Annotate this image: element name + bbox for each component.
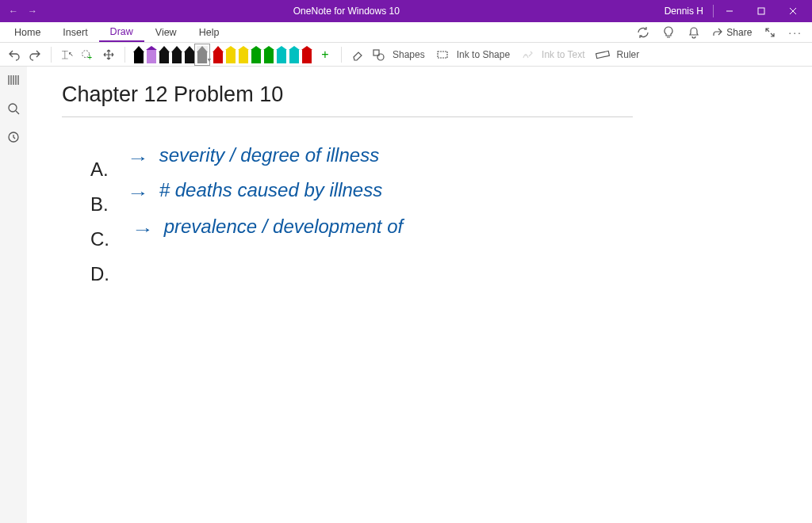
ink-to-shape-label[interactable]: Ink to Shape (457, 49, 510, 60)
page-canvas[interactable]: Chapter 12 Problem 10 A.B.C.D. → severit… (27, 67, 812, 523)
pen-9[interactable] (251, 46, 262, 63)
more-icon[interactable]: ··· (788, 26, 802, 39)
pen-1[interactable] (146, 46, 157, 63)
maximize-button[interactable] (745, 0, 777, 22)
pen-13[interactable] (301, 46, 312, 63)
ink-line: → # deaths caused by illness (130, 181, 382, 200)
tab-help[interactable]: Help (188, 22, 231, 42)
pen-8[interactable] (238, 46, 249, 63)
menubar: Home Insert Draw View Help Share ··· (0, 22, 812, 43)
tab-draw[interactable]: Draw (99, 22, 144, 42)
answer-list: A.B.C.D. (90, 152, 119, 292)
svg-line-10 (16, 111, 19, 114)
pen-gallery: ▾ (133, 46, 312, 63)
share-button[interactable]: Share (712, 27, 752, 38)
list-item[interactable]: C. (90, 222, 119, 257)
eraser-tool[interactable] (350, 47, 366, 63)
ink-to-text-label: Ink to Text (542, 49, 584, 60)
ink-to-text-icon (519, 47, 535, 63)
ruler-icon[interactable] (595, 47, 611, 63)
svg-rect-7 (438, 52, 447, 58)
lightbulb-icon[interactable] (661, 25, 676, 40)
fullscreen-icon[interactable] (763, 25, 777, 40)
left-rail (0, 67, 27, 523)
share-label: Share (726, 27, 752, 38)
pen-3[interactable] (171, 46, 182, 63)
pen-0[interactable] (133, 46, 144, 63)
svg-point-9 (9, 104, 17, 112)
pen-10[interactable] (263, 46, 274, 63)
user-name[interactable]: Dennis H (655, 6, 713, 17)
add-pen-button[interactable]: + (317, 47, 333, 63)
titlebar: ← → OneNote for Windows 10 Dennis H (0, 0, 812, 22)
ink-line: → prevalence / development of (135, 217, 403, 236)
list-letter: A. (90, 158, 119, 181)
pen-options-chevron-icon[interactable]: ▾ (208, 56, 211, 63)
list-letter: B. (90, 193, 119, 216)
undo-button[interactable] (6, 47, 22, 63)
list-letter: C. (90, 228, 119, 250)
list-item[interactable]: A. (90, 152, 119, 187)
page-title[interactable]: Chapter 12 Problem 10 (62, 82, 633, 117)
svg-rect-1 (758, 8, 764, 14)
shapes-label[interactable]: Shapes (393, 49, 425, 60)
list-item[interactable]: D. (90, 257, 119, 292)
sync-icon[interactable] (636, 25, 650, 40)
pen-5[interactable] (197, 46, 208, 63)
nav-forward-icon[interactable]: → (27, 6, 38, 17)
redo-button[interactable] (27, 47, 43, 63)
list-letter: D. (90, 263, 119, 285)
text-tool[interactable]: ⌶↖ (59, 47, 75, 63)
tab-insert[interactable]: Insert (52, 22, 98, 42)
nav-back-icon[interactable]: ← (8, 6, 19, 17)
list-item[interactable]: B. (90, 187, 119, 222)
pen-11[interactable] (276, 46, 287, 63)
pen-2[interactable] (159, 46, 170, 63)
minimize-button[interactable] (714, 0, 745, 22)
app-title: OneNote for Windows 10 (38, 6, 655, 17)
pen-4[interactable] (184, 46, 195, 63)
shapes-icon[interactable] (370, 47, 386, 63)
svg-rect-8 (596, 51, 609, 58)
ruler-label[interactable]: Ruler (617, 49, 640, 60)
close-button[interactable] (777, 0, 809, 22)
recent-icon[interactable] (6, 130, 21, 144)
lasso-tool[interactable]: + (80, 47, 96, 63)
notebooks-icon[interactable] (6, 73, 21, 87)
tab-view[interactable]: View (144, 22, 188, 42)
tab-home[interactable]: Home (3, 22, 52, 42)
svg-point-6 (377, 54, 384, 60)
ink-line: → severity / degree of illness (130, 146, 379, 165)
pen-7[interactable] (225, 46, 236, 63)
ribbon: ⌶↖ + ▾ + Shapes Ink to Shape Ink to Text… (0, 43, 812, 67)
ink-to-shape-icon[interactable] (435, 47, 450, 63)
bell-icon[interactable] (687, 25, 701, 40)
pen-6[interactable] (213, 46, 224, 63)
search-icon[interactable] (6, 101, 21, 116)
pen-12[interactable] (289, 46, 300, 63)
pan-tool[interactable] (101, 47, 117, 63)
